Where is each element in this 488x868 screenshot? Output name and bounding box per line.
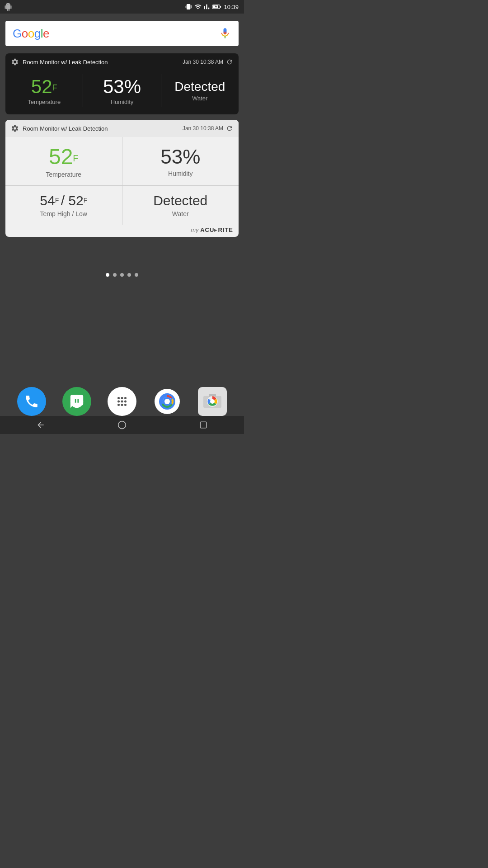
temp-highlow-label: Temp High / Low — [40, 210, 87, 217]
widget-light-title: Room Monitor w/ Leak Detection — [23, 125, 108, 132]
humidity-value-light: 53% — [160, 146, 200, 168]
widget-light-body: 52F Temperature 53% Humidity 54F / 52F T… — [5, 137, 239, 225]
widget-dark-room-monitor[interactable]: Room Monitor w/ Leak Detection Jan 30 10… — [5, 53, 239, 114]
widget-light-header-right: Jan 30 10:38 AM — [183, 125, 233, 132]
camera-icon[interactable] — [198, 387, 227, 416]
gear-icon-dark[interactable] — [11, 58, 19, 66]
google-logo: Google — [13, 27, 49, 41]
widget-light-temperature: 52F Temperature — [5, 137, 122, 185]
battery-icon — [212, 4, 221, 10]
svg-rect-2 — [221, 6, 221, 8]
dot-3 — [120, 273, 124, 277]
nav-bar — [0, 416, 244, 434]
widget-light-row1: 52F Temperature 53% Humidity — [5, 137, 239, 185]
microphone-icon[interactable] — [219, 27, 231, 40]
brand-name: ACU▸RITE — [200, 226, 233, 233]
temp-unit-light: F — [73, 153, 78, 163]
svg-point-22 — [118, 421, 126, 429]
widget-dark-header: Room Monitor w/ Leak Detection Jan 30 10… — [5, 53, 239, 71]
water-status-light: Detected — [153, 193, 207, 208]
refresh-icon-light[interactable] — [226, 125, 233, 132]
svg-point-7 — [121, 401, 123, 403]
svg-point-3 — [117, 397, 120, 399]
svg-point-4 — [121, 397, 123, 399]
temp-high-unit: F — [55, 197, 59, 204]
temp-value-dark: 52 — [31, 76, 52, 97]
widget-light-row2: 54F / 52F Temp High / Low Detected Water — [5, 185, 239, 225]
dot-5 — [135, 273, 138, 277]
svg-point-11 — [124, 404, 127, 406]
humidity-value-dark: 53% — [103, 76, 141, 98]
widget-dark-water: Detected Water — [161, 74, 239, 107]
widget-dark-temperature: 52F Temperature — [5, 74, 83, 107]
humidity-label-dark: Humidity — [111, 99, 134, 105]
chrome-icon[interactable] — [153, 387, 182, 416]
widget-light-room-monitor[interactable]: Room Monitor w/ Leak Detection Jan 30 10… — [5, 120, 239, 237]
widget-dark-header-left: Room Monitor w/ Leak Detection — [11, 58, 108, 66]
temp-low-unit: F — [84, 197, 88, 204]
svg-point-21 — [210, 399, 215, 404]
brand-my: my — [191, 226, 198, 233]
temp-high-light: 54 — [40, 193, 55, 208]
svg-point-6 — [117, 401, 120, 403]
dot-2 — [113, 273, 117, 277]
widget-dark-body: 52F Temperature 53% Humidity Detected Wa… — [5, 71, 239, 114]
widget-dark-header-right: Jan 30 10:38 AM — [183, 58, 233, 66]
android-icon — [4, 2, 13, 11]
widget-dark-title: Room Monitor w/ Leak Detection — [23, 59, 108, 66]
status-bar: 10:39 — [0, 0, 244, 14]
app-dock — [0, 387, 244, 416]
google-search-bar[interactable]: Google — [5, 21, 239, 46]
widget-dark-timestamp: Jan 30 10:38 AM — [183, 59, 223, 65]
time-display: 10:39 — [224, 4, 239, 10]
temp-low-light: 52 — [68, 193, 83, 208]
refresh-icon-dark[interactable] — [226, 58, 233, 66]
dot-1 — [106, 273, 109, 277]
water-label-dark: Water — [192, 95, 207, 102]
back-button[interactable] — [29, 418, 52, 432]
svg-point-15 — [164, 399, 170, 404]
recents-button[interactable] — [192, 418, 215, 432]
svg-point-10 — [121, 404, 123, 406]
phone-icon[interactable] — [17, 387, 46, 416]
signal-icon — [204, 3, 210, 10]
widget-light-temp-highlow: 54F / 52F Temp High / Low — [5, 186, 122, 225]
temp-value-light: 52 — [49, 145, 73, 169]
widget-dark-humidity: 53% Humidity — [83, 74, 160, 107]
widget-light-timestamp: Jan 30 10:38 AM — [183, 125, 223, 132]
svg-point-8 — [124, 401, 127, 403]
widget-light-humidity: 53% Humidity — [122, 137, 239, 185]
water-status-dark: Detected — [174, 80, 225, 94]
widget-light-header-left: Room Monitor w/ Leak Detection — [11, 124, 108, 132]
page-dots — [0, 273, 244, 277]
svg-rect-23 — [200, 422, 206, 428]
temp-label-light: Temperature — [46, 171, 81, 178]
temp-unit-dark: F — [52, 83, 57, 92]
wifi-icon — [194, 3, 202, 10]
widget-light-water: Detected Water — [122, 186, 239, 225]
water-label-light: Water — [172, 210, 189, 217]
app-launcher-icon[interactable] — [108, 387, 136, 416]
vibrate-icon — [185, 3, 192, 10]
hangouts-icon[interactable] — [62, 387, 91, 416]
dot-4 — [127, 273, 131, 277]
humidity-label-light: Humidity — [168, 170, 192, 177]
status-right: 10:39 — [185, 3, 239, 10]
gear-icon-light[interactable] — [11, 124, 19, 132]
svg-point-9 — [117, 404, 120, 406]
status-left — [4, 2, 13, 11]
temp-label-dark: Temperature — [28, 99, 61, 105]
widget-light-header: Room Monitor w/ Leak Detection Jan 30 10… — [5, 120, 239, 137]
svg-point-5 — [124, 397, 127, 399]
home-button[interactable] — [111, 418, 133, 432]
acurite-brand: my ACU▸RITE — [5, 225, 239, 237]
